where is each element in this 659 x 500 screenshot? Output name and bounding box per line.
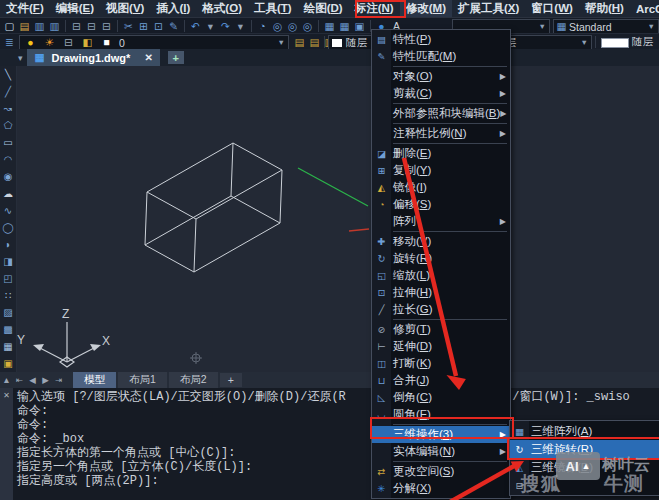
pan-icon[interactable]: ◔ [255,19,270,34]
tab-list-dropdown-icon[interactable]: ▾ [18,53,23,63]
modify-menu-item-阵列[interactable]: 阵列▶ [372,213,510,230]
layout-tab-布局2[interactable]: 布局2 [169,372,218,388]
table-icon[interactable]: ▦ [0,338,16,355]
layout-tab-模型[interactable]: 模型 [73,372,116,388]
scroll-up-icon[interactable]: ▲ [0,375,13,385]
new-tab-button[interactable]: + [168,51,184,64]
modify-menu-item-偏移[interactable]: ◔偏移(S) [372,196,510,213]
modify-menu-item-外部参照和块编辑[interactable]: 外部参照和块编辑(B)▶ [372,105,510,122]
make-block-icon[interactable]: ◰ [0,270,16,287]
last-tab-icon[interactable]: ⇥ [52,375,65,385]
menubar-item-格式[interactable]: 格式(O) [196,0,248,17]
modify-menu-item-剪裁[interactable]: 剪裁(C)▶ [372,85,510,102]
3d-submenu-item-hidden[interactable]: ⊟ [510,476,659,494]
menubar-item-文件[interactable]: 文件(F) [0,0,50,17]
menubar-item-标注[interactable]: 标注(N) [349,0,400,17]
first-tab-icon[interactable]: ⇤ [13,375,26,385]
menubar-item-绘图[interactable]: 绘图(D) [298,0,349,17]
modify-menu-item-旋转[interactable]: ↻旋转(R) [372,250,510,267]
save-all-icon[interactable]: ▥ [47,19,62,34]
3d-submenu-item-三维旋转[interactable]: ↻三维旋转(R) [510,440,659,458]
lineweight-swatch[interactable] [601,38,629,48]
tool-palettes-icon[interactable]: ▣ [352,19,367,34]
3d-submenu-item-三维阵列[interactable]: ▦三维阵列(A) [510,422,659,440]
modify-menu-item-打断[interactable]: ◫打断(K) [372,355,510,372]
hatch-icon[interactable]: ▨ [0,304,16,321]
layer-manager-icon[interactable]: ≣ [2,35,17,50]
designcenter-icon[interactable]: ▦ [337,19,352,34]
undo-icon[interactable]: ↶ [188,19,203,34]
ellipse-arc-icon[interactable]: ◗ [0,236,16,253]
modify-menu-item-对象[interactable]: 对象(O)▶ [372,68,510,85]
layer-dropdown[interactable]: ●☀⊟◧■ 0 ▼ [19,35,289,50]
document-tab-drawing1[interactable]: ▦ Drawing1.dwg* ✕ [27,49,160,66]
drawing-viewport[interactable]: Z Y X [0,66,659,372]
properties-palette-icon[interactable]: ▦ [322,19,337,34]
prev-tab-icon[interactable]: ◀ [26,375,39,385]
redo-dropdown-icon[interactable]: ▾ [233,19,248,34]
menubar-item-ArcGIS[interactable]: ArcGIS [630,2,659,16]
modify-menu-item-倒角[interactable]: ◺倒角(C) [372,389,510,406]
plot-preview-icon[interactable]: ⊟ [84,19,99,34]
polygon-icon[interactable]: ⬠ [0,117,16,134]
modify-menu-item-特性匹配[interactable]: ✎特性匹配(M) [372,48,510,65]
layer-freeze-icon[interactable]: ☀ [42,35,57,50]
modify-menu-item-特性[interactable]: ▤特性(P) [372,31,510,48]
zoom-previous-icon[interactable]: ◎ [300,19,315,34]
3d-submenu-item-三维镜像[interactable]: ◭三维镜像(D) [510,458,659,476]
polyline-icon[interactable]: ↝ [0,100,16,117]
circle-icon[interactable]: ◉ [0,168,16,185]
new-file-icon[interactable]: ▢ [2,19,17,34]
menubar-item-工具[interactable]: 工具(T) [248,0,298,17]
gradient-icon[interactable]: ▩ [0,321,16,338]
close-icon[interactable]: ✕ [3,390,9,401]
add-layout-button[interactable]: + [220,373,242,387]
rectangle-icon[interactable]: ▭ [0,134,16,151]
open-file-icon[interactable]: ▤ [17,19,32,34]
layer-properties-icon[interactable]: ▤ [292,35,307,50]
layer-states-icon[interactable]: ▤ [307,35,322,50]
modify-menu-item-更改空间[interactable]: ⇄更改空间(S) [372,463,510,480]
layer-on-bulb-icon[interactable]: ● [23,35,38,50]
layer-lock-icon[interactable]: ◧ [80,35,95,50]
menubar-item-插入[interactable]: 插入(I) [150,0,196,17]
plot-icon[interactable]: ⊟ [69,19,84,34]
modify-menu-item-拉长[interactable]: ╱拉长(G) [372,301,510,318]
modify-menu-item-合并[interactable]: ⊔合并(J) [372,372,510,389]
undo-dropdown-icon[interactable]: ▾ [203,19,218,34]
layer-color-swatch[interactable]: ■ [99,35,114,50]
modify-menu-item-延伸[interactable]: ⊢延伸(D) [372,338,510,355]
revision-cloud-icon[interactable]: ☁ [0,185,16,202]
menubar-item-窗口[interactable]: 窗口(W) [525,0,579,17]
cut-icon[interactable]: ✂ [121,19,136,34]
modify-menu-item-移动[interactable]: ✚移动(V) [372,233,510,250]
save-icon[interactable]: ▥ [32,19,47,34]
close-icon[interactable]: ✕ [144,52,152,63]
point-icon[interactable]: ∷ [0,287,16,304]
modify-menu-item-镜像[interactable]: ◭镜像(I) [372,179,510,196]
modify-menu-item-复制[interactable]: ⊞复制(Y) [372,162,510,179]
insert-block-icon[interactable]: ◨ [0,253,16,270]
menubar-item-视图[interactable]: 视图(V) [100,0,150,17]
menubar-item-帮助[interactable]: 帮助(H) [579,0,630,17]
modify-menu-item-圆角[interactable]: ◡圆角(F) [372,406,510,423]
next-tab-icon[interactable]: ▶ [39,375,52,385]
menubar-item-修改[interactable]: 修改(M) [400,0,452,17]
spline-icon[interactable]: ∿ [0,202,16,219]
menubar-item-扩展工具[interactable]: 扩展工具(X) [452,0,525,17]
zoom-realtime-icon[interactable]: ◎ [270,19,285,34]
match-properties-icon[interactable]: ✎ [166,19,181,34]
layout-tab-布局1[interactable]: 布局1 [118,372,167,388]
modify-menu-item-缩放[interactable]: ◱缩放(L) [372,267,510,284]
layer-plot-icon[interactable]: ⊟ [61,35,76,50]
text-style-dropdown[interactable]: ▦ Standard ▼ [553,19,659,34]
zoom-window-icon[interactable]: ◎ [285,19,300,34]
modify-menu-item-分解[interactable]: ✳分解(X) [372,480,510,497]
copy-icon[interactable]: ⊞ [136,19,151,34]
modify-menu-item-注释性比例[interactable]: 注释性比例(N)▶ [372,125,510,142]
modify-menu-item-删除[interactable]: ◪删除(E) [372,145,510,162]
menubar-item-编辑[interactable]: 编辑(E) [50,0,100,17]
mtext-icon[interactable]: ▣ [0,355,16,372]
ellipse-icon[interactable]: ◯ [0,219,16,236]
line-icon[interactable]: ╲ [0,66,16,83]
